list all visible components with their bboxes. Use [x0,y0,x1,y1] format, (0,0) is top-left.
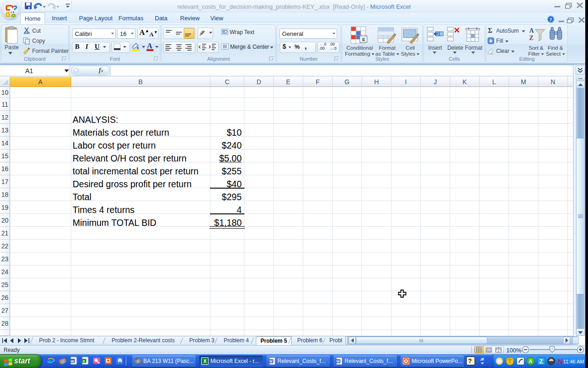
svg-text:A: A [529,358,532,364]
svg-text:W: W [336,359,340,363]
svg-text:ab: ab [199,29,205,36]
svg-text:Z: Z [539,358,543,365]
svg-text:W: W [71,359,74,363]
svg-text:X: X [204,359,207,364]
svg-text:e: e [48,356,52,365]
svg-text:X: X [83,359,85,363]
svg-text:Z: Z [529,34,533,41]
svg-text:?: ? [549,17,552,22]
svg-text:W: W [269,359,273,363]
svg-text:N: N [558,358,563,366]
svg-text:A: A [529,27,534,34]
svg-text:≤: ≤ [362,36,365,42]
